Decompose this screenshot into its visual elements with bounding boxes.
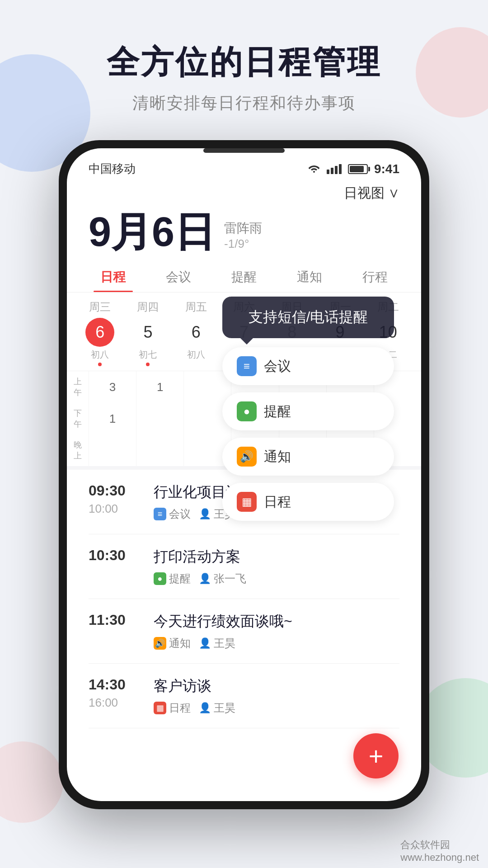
popup-action-reminder[interactable]: ● 提醒 bbox=[222, 392, 394, 430]
meeting-icon-1: ≡ bbox=[154, 508, 166, 520]
popup-notify-icon: 🔊 bbox=[237, 447, 257, 467]
tag-label-3: 通知 bbox=[169, 636, 191, 651]
schedule-tag-2: ● 提醒 bbox=[154, 571, 191, 586]
weather-temp: -1/9° bbox=[224, 237, 262, 251]
date-num-6: 6 bbox=[85, 318, 114, 347]
schedule-meta-2: ● 提醒 👤 张一飞 bbox=[154, 571, 399, 586]
date-num-6b: 6 bbox=[182, 318, 211, 347]
tab-trip[interactable]: 行程 bbox=[342, 261, 408, 292]
popup-notify-label: 通知 bbox=[264, 448, 291, 466]
header-title: 全方位的日程管理 bbox=[0, 41, 488, 84]
schedule-title-3: 今天进行绩效面谈哦~ bbox=[154, 612, 399, 632]
schedule-end-4: 16:00 bbox=[89, 696, 143, 710]
popup-schedule-label: 日程 bbox=[264, 493, 291, 511]
schedule-title-2: 打印活动方案 bbox=[154, 547, 399, 567]
schedule-title-4: 客户访谈 bbox=[154, 676, 399, 696]
watermark: 合众软件园www.hezhong.net bbox=[400, 838, 479, 863]
person-icon-2: 👤 bbox=[199, 573, 211, 585]
tag-label-2: 提醒 bbox=[169, 571, 191, 586]
schedule-tag-3: 🔊 通知 bbox=[154, 636, 191, 651]
phone-frame: 中国移动 9:41 bbox=[59, 140, 429, 809]
date-header: 9月6日 雷阵雨 -1/9° bbox=[67, 207, 421, 261]
time-label-afternoon: 下午 bbox=[67, 403, 89, 434]
person-icon-1: 👤 bbox=[199, 508, 211, 520]
grid-col-thu: 1 · · bbox=[136, 371, 183, 466]
tab-reminder[interactable]: 提醒 bbox=[211, 261, 277, 292]
grid-cell-thu-2: · bbox=[136, 403, 183, 434]
popup-action-notify[interactable]: 🔊 通知 bbox=[222, 438, 394, 476]
tag-label-4: 日程 bbox=[169, 701, 191, 715]
fab-add-button[interactable]: + bbox=[353, 733, 399, 778]
header-area: 全方位的日程管理 清晰安排每日行程和待办事项 bbox=[0, 0, 488, 132]
header-subtitle: 清晰安排每日行程和待办事项 bbox=[0, 92, 488, 114]
date-dot-6 bbox=[98, 363, 102, 366]
popup-bubble: 支持短信/电话提醒 bbox=[222, 297, 394, 338]
status-bar: 中国移动 9:41 bbox=[67, 148, 421, 184]
schedule-end-1: 10:00 bbox=[89, 502, 143, 516]
week-day-thu: 周四 bbox=[124, 300, 172, 318]
status-carrier: 中国移动 bbox=[89, 161, 136, 177]
schedule-item-2[interactable]: 10:30 打印活动方案 ● 提醒 👤 张一飞 bbox=[89, 534, 399, 599]
schedule-start-2: 10:30 bbox=[89, 547, 143, 564]
popup-schedule-icon: ▦ bbox=[237, 492, 257, 512]
person-name-4: 王昊 bbox=[214, 701, 235, 715]
view-selector-label[interactable]: 日视图 ∨ bbox=[344, 185, 399, 200]
phone-wrapper: 中国移动 9:41 bbox=[59, 140, 429, 809]
week-date-5[interactable]: 5 初七 bbox=[124, 318, 172, 366]
schedule-item-4[interactable]: 14:30 16:00 客户访谈 ▦ 日程 👤 王昊 bbox=[89, 664, 399, 728]
schedule-start-1: 09:30 bbox=[89, 482, 143, 499]
schedule-person-4: 👤 王昊 bbox=[199, 701, 235, 715]
popup-action-meeting[interactable]: ≡ 会议 bbox=[222, 347, 394, 385]
reminder-icon-2: ● bbox=[154, 572, 166, 585]
date-num-5: 5 bbox=[133, 318, 162, 347]
popup-meeting-label: 会议 bbox=[264, 357, 291, 376]
schedule-tag-1: ≡ 会议 bbox=[154, 507, 191, 521]
week-date-6b[interactable]: 6 初八 bbox=[172, 318, 220, 366]
status-right: 9:41 bbox=[308, 162, 399, 176]
signal-icon bbox=[327, 164, 342, 174]
time-labels: 上午 下午 晚上 bbox=[67, 371, 89, 466]
schedule-icon-4: ▦ bbox=[154, 702, 166, 714]
popup-actions: ≡ 会议 ● 提醒 🔊 通知 ▦ 日程 bbox=[222, 347, 394, 521]
phone-notch bbox=[203, 148, 285, 153]
week-day-fri: 周五 bbox=[172, 300, 220, 318]
schedule-start-4: 14:30 bbox=[89, 676, 143, 693]
week-date-6[interactable]: 6 初八 bbox=[76, 318, 124, 366]
popup-reminder-icon: ● bbox=[237, 401, 257, 421]
date-lunar-5: 初七 bbox=[139, 349, 157, 361]
date-weather: 雷阵雨 -1/9° bbox=[224, 220, 262, 251]
week-day-wed: 周三 bbox=[76, 300, 124, 318]
popup-action-schedule[interactable]: ▦ 日程 bbox=[222, 483, 394, 521]
grid-cell-wed-1: 3 bbox=[89, 371, 136, 403]
person-icon-3: 👤 bbox=[199, 637, 211, 649]
time-label-morning: 上午 bbox=[67, 371, 89, 403]
date-lunar-6b: 初八 bbox=[187, 349, 205, 361]
grid-cell-wed-3: · bbox=[89, 434, 136, 466]
schedule-time-1: 09:30 10:00 bbox=[89, 482, 143, 516]
popup-meeting-icon: ≡ bbox=[237, 356, 257, 376]
grid-cell-thu-3: · bbox=[136, 434, 183, 466]
view-selector[interactable]: 日视图 ∨ bbox=[67, 184, 421, 207]
popup-reminder-label: 提醒 bbox=[264, 402, 291, 421]
person-icon-4: 👤 bbox=[199, 702, 211, 714]
grid-cell-thu-1: 1 bbox=[136, 371, 183, 403]
schedule-time-3: 11:30 bbox=[89, 612, 143, 628]
notify-icon-3: 🔊 bbox=[154, 637, 166, 650]
date-dot-5 bbox=[146, 363, 150, 366]
fab-icon: + bbox=[369, 741, 384, 771]
tab-notify[interactable]: 通知 bbox=[277, 261, 342, 292]
person-name-2: 张一飞 bbox=[214, 571, 246, 586]
tab-schedule[interactable]: 日程 bbox=[80, 261, 146, 292]
tag-label-1: 会议 bbox=[169, 507, 191, 521]
schedule-person-2: 👤 张一飞 bbox=[199, 571, 246, 586]
phone-screen: 中国移动 9:41 bbox=[67, 148, 421, 801]
battery-icon bbox=[348, 164, 368, 174]
schedule-item-3[interactable]: 11:30 今天进行绩效面谈哦~ 🔊 通知 👤 王昊 bbox=[89, 599, 399, 664]
svg-point-0 bbox=[313, 171, 315, 173]
tab-meeting[interactable]: 会议 bbox=[146, 261, 211, 292]
popup-container: 支持短信/电话提醒 ≡ 会议 ● 提醒 🔊 通知 bbox=[222, 297, 394, 521]
schedule-start-3: 11:30 bbox=[89, 612, 143, 628]
schedule-meta-3: 🔊 通知 👤 王昊 bbox=[154, 636, 399, 651]
grid-col-wed: 3 1 · bbox=[89, 371, 136, 466]
wifi-icon bbox=[308, 163, 320, 175]
